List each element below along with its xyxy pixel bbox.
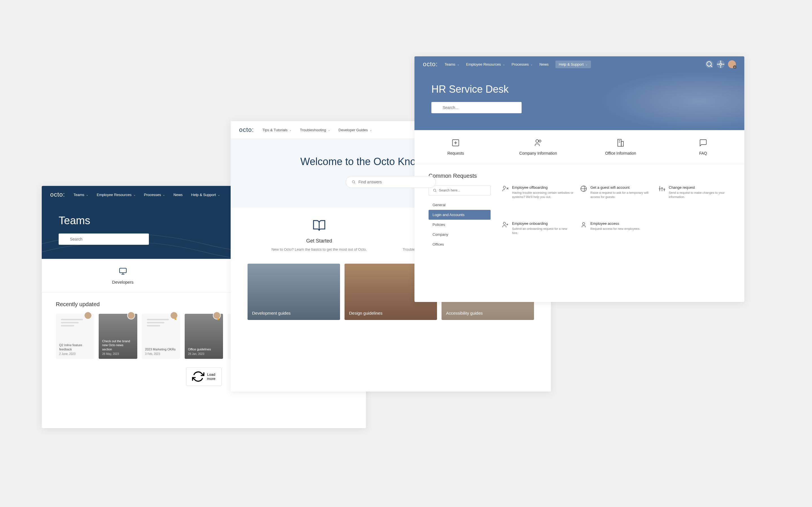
building-icon bbox=[616, 138, 625, 147]
refresh-icon bbox=[192, 371, 204, 383]
nav-news[interactable]: News bbox=[539, 62, 549, 66]
nav-news[interactable]: News bbox=[173, 193, 183, 197]
category-item[interactable]: Login and Accounts bbox=[428, 210, 491, 220]
sidebar-search-input[interactable] bbox=[439, 188, 486, 192]
logo[interactable]: octo: bbox=[239, 126, 254, 133]
svg-point-11 bbox=[720, 63, 722, 65]
svg-line-1 bbox=[66, 240, 66, 240]
quick-link-company[interactable]: Company Information bbox=[497, 130, 580, 164]
category-item[interactable]: General bbox=[428, 200, 491, 210]
section-title: Common Requests bbox=[428, 173, 730, 179]
request-item[interactable]: Get a guest wifi accountRaise a request … bbox=[580, 185, 652, 214]
requests-grid: Employee offboardingHaving trouble acces… bbox=[502, 185, 730, 249]
star-icon: ★ bbox=[174, 317, 177, 321]
nav-processes[interactable]: Processes⌄ bbox=[512, 62, 533, 66]
card-title: 2023 Marketing OKRs bbox=[145, 347, 177, 351]
request-title: Employee offboarding bbox=[512, 185, 573, 189]
svg-line-24 bbox=[435, 191, 436, 192]
nav-teams[interactable]: Teams⌄ bbox=[445, 62, 459, 66]
guide-development[interactable]: Development guides bbox=[248, 264, 340, 320]
message-icon bbox=[699, 138, 707, 147]
card-title: Office guidelines bbox=[188, 347, 220, 351]
nav-developer-guides[interactable]: Developer Guides⌄ bbox=[339, 128, 372, 132]
svg-point-23 bbox=[434, 189, 436, 191]
search-icon bbox=[63, 237, 67, 241]
search-input[interactable] bbox=[70, 237, 144, 241]
quick-label: Company Information bbox=[497, 151, 580, 156]
content-card[interactable]: ★2023 Marketing OKRs3 Feb, 2023 bbox=[142, 314, 180, 359]
search-container bbox=[346, 176, 436, 188]
plus-square-icon bbox=[451, 138, 460, 147]
monitor-icon bbox=[118, 267, 128, 276]
svg-point-34 bbox=[661, 187, 663, 189]
author-avatar bbox=[84, 312, 92, 320]
request-item[interactable]: Employee offboardingHaving trouble acces… bbox=[502, 185, 573, 214]
doc-icon bbox=[61, 319, 83, 328]
card-date: 28 May, 2023 bbox=[102, 352, 134, 355]
feature-title: Get Started bbox=[256, 238, 382, 244]
request-icon bbox=[502, 221, 509, 228]
request-icon bbox=[580, 221, 587, 228]
nav-tips-tutorials[interactable]: Tips & Tutorials⌄ bbox=[262, 128, 292, 132]
search-input[interactable] bbox=[358, 180, 430, 184]
search-icon bbox=[433, 188, 437, 192]
nav-employee-resources[interactable]: Employee Resources⌄ bbox=[97, 193, 136, 197]
category-item[interactable]: Policies bbox=[428, 220, 491, 230]
search-icon bbox=[352, 180, 356, 184]
content-card[interactable]: Check out the brand new Octo news sectio… bbox=[99, 314, 137, 359]
svg-point-12 bbox=[437, 106, 439, 108]
sidebar-search bbox=[428, 185, 491, 195]
quick-label: Office Information bbox=[579, 151, 662, 156]
nav-help-support[interactable]: Help & Support⌄ bbox=[191, 193, 220, 197]
svg-point-0 bbox=[64, 238, 66, 240]
settings-button[interactable] bbox=[717, 60, 725, 68]
request-title: Get a guest wifi account bbox=[591, 185, 652, 189]
content-card[interactable]: ★Office guidelines28 Jan, 2023 bbox=[185, 314, 223, 359]
notification-badge: 0 bbox=[733, 65, 737, 69]
svg-point-35 bbox=[664, 189, 665, 190]
request-icon bbox=[502, 185, 509, 192]
nav-processes[interactable]: Processes⌄ bbox=[144, 193, 165, 197]
request-item[interactable]: Employee onboardingSubmit an onboarding … bbox=[502, 221, 573, 249]
card-title: Q2 Inline feature feedback bbox=[59, 343, 91, 351]
search-icon bbox=[705, 60, 713, 68]
request-icon bbox=[580, 185, 587, 192]
request-item[interactable]: Change requestSend a request to make cha… bbox=[659, 185, 730, 214]
svg-line-13 bbox=[439, 108, 439, 109]
avatar-button[interactable]: 0 bbox=[728, 60, 736, 68]
search-icon bbox=[436, 106, 440, 110]
quick-link-office[interactable]: Office Information bbox=[579, 130, 662, 164]
content-card[interactable]: Q2 Inline feature feedback2 June, 2023 bbox=[56, 314, 94, 359]
quick-link-faq[interactable]: FAQ bbox=[662, 130, 745, 164]
category-item[interactable]: Offices bbox=[428, 239, 491, 249]
feature-get-started[interactable]: Get Started New to Octo? Learn the basic… bbox=[248, 219, 391, 252]
card-title: Check out the brand new Octo news sectio… bbox=[102, 339, 134, 351]
page-title: HR Service Desk bbox=[432, 83, 727, 95]
search-input[interactable] bbox=[443, 105, 517, 110]
svg-point-9 bbox=[707, 62, 711, 66]
request-desc: Submit an onboarding request for a new h… bbox=[512, 227, 573, 235]
svg-point-25 bbox=[503, 186, 506, 188]
nav-troubleshooting[interactable]: Troubleshooting⌄ bbox=[300, 128, 330, 132]
request-title: Employee onboarding bbox=[512, 221, 573, 226]
category-item[interactable]: Company bbox=[428, 230, 491, 239]
svg-point-39 bbox=[582, 223, 585, 225]
load-more-button[interactable]: Load more bbox=[186, 367, 221, 386]
nav-employee-resources[interactable]: Employee Resources⌄ bbox=[466, 62, 505, 66]
request-title: Employee access bbox=[591, 221, 640, 226]
common-requests-section: Common Requests GeneralLogin and Account… bbox=[414, 164, 744, 258]
gear-icon bbox=[717, 60, 725, 68]
quick-link-requests[interactable]: Requests bbox=[414, 130, 497, 164]
tab-label: Developers bbox=[42, 280, 204, 284]
search-container bbox=[59, 233, 149, 245]
logo[interactable]: octo: bbox=[423, 61, 438, 68]
nav-help-support[interactable]: Help & Support⌄ bbox=[555, 61, 591, 68]
request-item[interactable]: Employee accessRequest access for new em… bbox=[580, 221, 652, 249]
logo[interactable]: octo: bbox=[50, 191, 65, 198]
nav-teams[interactable]: Teams⌄ bbox=[73, 193, 88, 197]
svg-rect-2 bbox=[119, 268, 126, 273]
search-button[interactable] bbox=[705, 60, 713, 68]
tab-developers[interactable]: Developers bbox=[42, 259, 204, 292]
request-desc: Request access for new employees. bbox=[591, 227, 640, 231]
svg-point-7 bbox=[352, 180, 354, 183]
